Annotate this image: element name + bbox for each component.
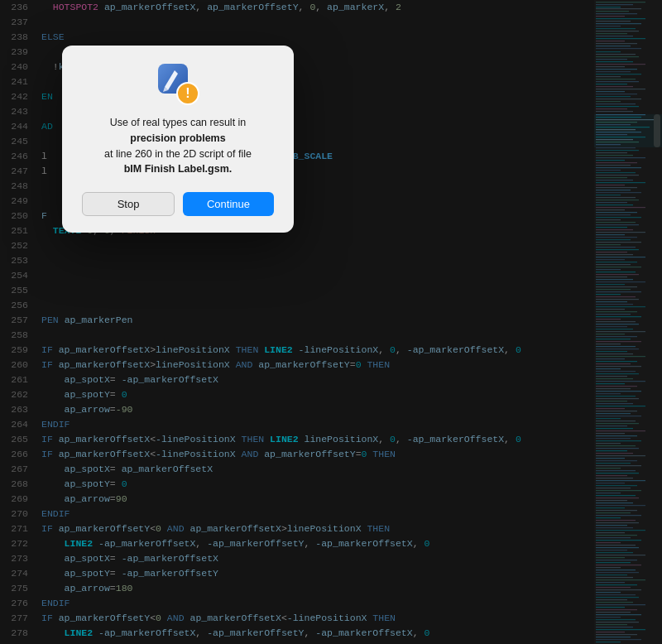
warning-icon: !	[156, 62, 199, 105]
svg-text:!: !	[185, 86, 189, 100]
dialog-message: Use of real types can result in precisio…	[82, 115, 274, 177]
dialog-buttons: Stop Continue	[82, 192, 274, 216]
warning-dialog: ! Use of real types can result in precis…	[62, 46, 294, 233]
stop-button[interactable]: Stop	[82, 192, 175, 216]
modal-overlay: ! Use of real types can result in precis…	[0, 0, 662, 644]
dialog-header: !	[82, 62, 274, 105]
dialog-body: Use of real types can result in precisio…	[82, 115, 274, 177]
continue-button[interactable]: Continue	[183, 192, 274, 216]
